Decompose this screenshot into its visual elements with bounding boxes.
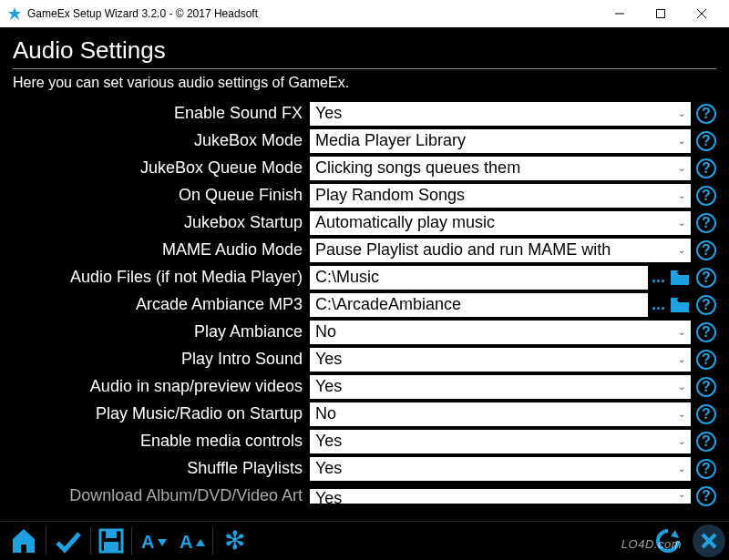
setting-dropdown[interactable]: Yes⌄ bbox=[310, 102, 691, 126]
setting-dropdown[interactable]: No⌄ bbox=[310, 321, 691, 344]
titlebar: GameEx Setup Wizard 3.2.0 - © 2017 Heads… bbox=[0, 0, 729, 27]
setting-label: Jukebox Startup bbox=[13, 213, 310, 232]
help-icon[interactable]: ? bbox=[696, 186, 716, 206]
settings-list: Enable Sound FXYes⌄?JukeBox ModeMedia Pl… bbox=[13, 100, 716, 509]
setting-path-field[interactable]: C:\Music bbox=[310, 266, 648, 290]
dropdown-value: Yes bbox=[315, 104, 342, 123]
svg-text:A: A bbox=[180, 532, 192, 552]
chevron-down-icon: ⌄ bbox=[678, 108, 685, 118]
heading-divider bbox=[13, 68, 716, 69]
setting-dropdown[interactable]: Pause Playlist audio and run MAME with⌄ bbox=[310, 239, 691, 262]
help-icon[interactable]: ? bbox=[696, 104, 716, 124]
close-circle-button[interactable] bbox=[693, 524, 725, 557]
svg-text:✻: ✻ bbox=[224, 527, 245, 555]
toolbar-divider bbox=[212, 527, 213, 555]
chevron-down-icon: ⌄ bbox=[678, 463, 685, 473]
setting-label: Arcade Ambiance MP3 bbox=[13, 295, 310, 314]
chevron-down-icon: ⌄ bbox=[678, 436, 685, 446]
dropdown-value: No bbox=[315, 404, 336, 423]
help-icon[interactable]: ? bbox=[696, 432, 716, 452]
folder-icon[interactable] bbox=[669, 266, 691, 290]
setting-dropdown[interactable]: Yes⌄ bbox=[310, 457, 691, 481]
home-button[interactable] bbox=[4, 524, 44, 558]
chevron-down-icon: ⌄ bbox=[678, 218, 685, 228]
help-icon[interactable]: ? bbox=[696, 486, 716, 506]
setting-row: Shuffle PlaylistsYes⌄? bbox=[13, 455, 716, 482]
setting-label: JukeBox Mode bbox=[13, 131, 310, 150]
setting-row: Audio Files (if not Media Player)C:\Musi… bbox=[13, 264, 716, 290]
main-panel: Audio Settings Here you can set various … bbox=[0, 27, 729, 521]
toolbar-divider bbox=[131, 527, 132, 555]
page-title: Audio Settings bbox=[13, 36, 716, 68]
setting-row: MAME Audio ModePause Playlist audio and … bbox=[13, 237, 716, 263]
help-icon[interactable]: ? bbox=[696, 404, 716, 424]
toolbar-divider bbox=[46, 527, 46, 555]
dropdown-value: Clicking songs queues them bbox=[315, 158, 520, 178]
font-decrease-button[interactable]: A bbox=[134, 524, 172, 558]
setting-dropdown[interactable]: Play Random Songs⌄ bbox=[310, 184, 691, 208]
setting-dropdown[interactable]: Clicking songs queues them⌄ bbox=[310, 157, 691, 180]
setting-label: Play Ambiance bbox=[13, 322, 310, 341]
chevron-down-icon: ⌄ bbox=[678, 489, 685, 499]
setting-row: Enable Sound FXYes⌄? bbox=[13, 100, 716, 127]
svg-rect-2 bbox=[656, 10, 664, 18]
setting-label: On Queue Finish bbox=[13, 186, 310, 205]
help-icon[interactable]: ? bbox=[696, 350, 716, 370]
close-button[interactable] bbox=[681, 0, 722, 27]
save-button[interactable] bbox=[93, 524, 129, 558]
setting-row: Arcade Ambiance MP3C:\ArcadeAmbiance...? bbox=[13, 291, 716, 318]
setting-dropdown[interactable]: Yes⌄ bbox=[310, 375, 691, 399]
setting-control: Yes⌄? bbox=[310, 348, 716, 372]
help-icon[interactable]: ? bbox=[696, 322, 716, 342]
window-title: GameEx Setup Wizard 3.2.0 - © 2017 Heads… bbox=[27, 7, 599, 20]
setting-label: Shuffle Playlists bbox=[13, 459, 310, 478]
help-icon[interactable]: ? bbox=[696, 295, 716, 315]
setting-path-field[interactable]: C:\ArcadeAmbiance bbox=[310, 293, 648, 317]
maximize-button[interactable] bbox=[640, 0, 681, 27]
chevron-down-icon: ⌄ bbox=[678, 327, 685, 337]
help-icon[interactable]: ? bbox=[696, 459, 716, 479]
chevron-down-icon: ⌄ bbox=[678, 409, 685, 419]
settings-gear-button[interactable]: ✻ bbox=[215, 524, 253, 558]
svg-text:A: A bbox=[141, 532, 154, 552]
setting-dropdown[interactable]: Media Player Library⌄ bbox=[310, 129, 691, 153]
toolbar-divider bbox=[90, 527, 91, 555]
dropdown-value: Yes bbox=[315, 377, 342, 396]
minimize-button[interactable] bbox=[599, 0, 640, 27]
chevron-down-icon: ⌄ bbox=[678, 382, 685, 392]
browse-button[interactable]: ... bbox=[650, 293, 667, 317]
setting-dropdown[interactable]: Yes⌄ bbox=[310, 348, 691, 372]
setting-row: JukeBox Queue ModeClicking songs queues … bbox=[13, 155, 716, 181]
font-increase-button[interactable]: A bbox=[172, 524, 210, 558]
setting-control: C:\Music...? bbox=[310, 266, 716, 290]
setting-control: No⌄? bbox=[310, 321, 716, 344]
browse-button[interactable]: ... bbox=[650, 266, 667, 290]
folder-icon[interactable] bbox=[669, 293, 691, 317]
setting-control: Pause Playlist audio and run MAME with⌄? bbox=[310, 239, 716, 262]
check-button[interactable] bbox=[48, 524, 88, 558]
setting-label: MAME Audio Mode bbox=[13, 240, 310, 260]
setting-label: Enable media controls bbox=[13, 432, 310, 451]
watermark: LO4D.com bbox=[621, 537, 682, 551]
dropdown-value: Yes bbox=[315, 350, 342, 369]
chevron-down-icon: ⌄ bbox=[678, 136, 685, 146]
setting-control: Yes⌄? bbox=[310, 102, 716, 126]
help-icon[interactable]: ? bbox=[696, 377, 716, 397]
setting-row: Enable media controlsYes⌄? bbox=[13, 428, 716, 454]
help-icon[interactable]: ? bbox=[696, 131, 716, 151]
help-icon[interactable]: ? bbox=[696, 268, 716, 288]
app-icon bbox=[7, 6, 22, 21]
setting-label: Play Intro Sound bbox=[13, 350, 310, 369]
setting-dropdown[interactable]: No⌄ bbox=[310, 402, 691, 426]
setting-dropdown[interactable]: Yes⌄ bbox=[310, 430, 691, 453]
help-icon[interactable]: ? bbox=[696, 213, 716, 233]
setting-control: Yes⌄? bbox=[310, 486, 716, 506]
setting-dropdown[interactable]: Automatically play music⌄ bbox=[310, 211, 691, 235]
help-icon[interactable]: ? bbox=[696, 158, 716, 178]
dropdown-value: Yes bbox=[315, 489, 342, 504]
help-icon[interactable]: ? bbox=[696, 240, 716, 260]
svg-marker-0 bbox=[8, 7, 21, 20]
setting-control: Yes⌄? bbox=[310, 457, 716, 481]
setting-label: Play Music/Radio on Startup bbox=[13, 404, 310, 423]
setting-dropdown[interactable]: Yes⌄ bbox=[310, 489, 691, 504]
